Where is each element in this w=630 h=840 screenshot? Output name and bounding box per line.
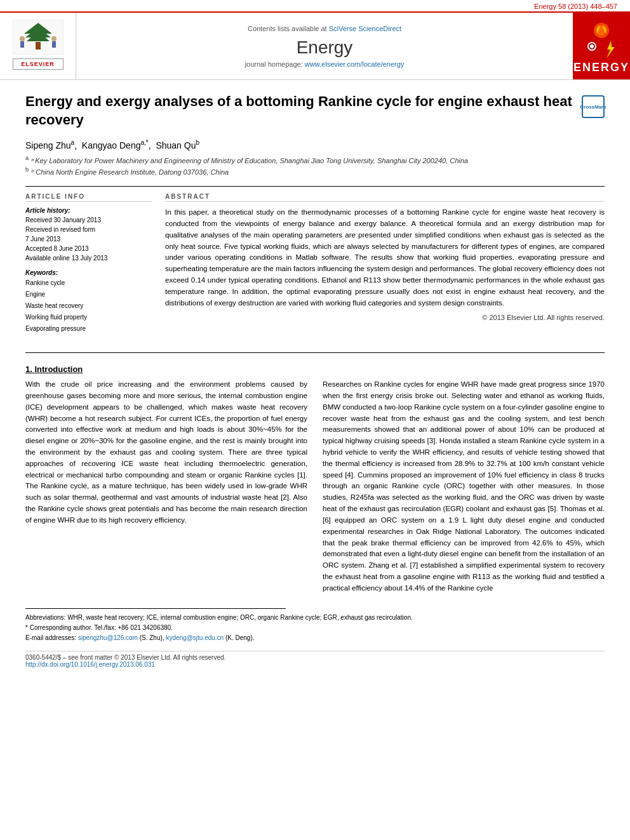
keywords-label: Keywords: [25, 269, 152, 276]
authors-line: Sipeng Zhua, Kangyao Denga,*, Shuan Qub [25, 139, 605, 150]
history-revised-label: Received in revised form [25, 225, 152, 234]
introduction-heading: 1. Introduction [25, 364, 605, 374]
abstract-column: ABSTRACT In this paper, a theoretical st… [165, 193, 605, 341]
divider-top [25, 186, 605, 187]
footnote-corresponding: * Corresponding author. Tel./fax: +86 02… [25, 623, 605, 633]
info-abstract-section: ARTICLE INFO Article history: Received 3… [25, 193, 605, 341]
introduction-columns: With the crude oil price increasing and … [25, 379, 605, 599]
energy-logo: ENERGY [573, 18, 629, 74]
sciverse-link[interactable]: SciVerse ScienceDirect [329, 25, 401, 32]
doi-link[interactable]: http://dx.doi.org/10.1016/j.energy.2013.… [25, 661, 155, 668]
article-body: ✓ CrossMark Energy and exergy analyses o… [0, 80, 630, 681]
history-revised-date: 7 June 2013 [25, 234, 152, 244]
abstract-text: In this paper, a theoretical study on th… [165, 207, 605, 309]
intro-right-text: Researches on Rankine cycles for engine … [323, 379, 605, 594]
svg-rect-1 [36, 42, 41, 50]
crossmark-badge[interactable]: ✓ CrossMark [582, 95, 605, 118]
section-title: Introduction [34, 364, 83, 374]
affiliation-a: a ᵃ Key Laboratory for Power Machinery a… [25, 154, 605, 166]
energy-journal-logo-icon [579, 18, 624, 59]
email-kangyao[interactable]: kydeng@sjtu.edu.cn [166, 634, 224, 641]
history-received: Received 30 January 2013 [25, 215, 152, 225]
svg-point-7 [51, 36, 57, 41]
elsevier-wordmark: ELSEVIER [13, 58, 64, 70]
footnotes-divider [25, 608, 286, 609]
keywords-list: Rankine cycle Engine Waste heat recovery… [25, 277, 152, 335]
keyword-4: Working fluid property [25, 312, 152, 323]
section-number: 1. [25, 364, 32, 374]
elsevier-tree-icon [13, 20, 64, 55]
energy-label: ENERGY [573, 61, 629, 74]
journal-homepage: journal homepage: www.elsevier.com/locat… [245, 60, 405, 68]
svg-rect-8 [52, 41, 56, 48]
page-footer: 0360-5442/$ – see front matter © 2013 El… [25, 651, 605, 668]
article-info-column: ARTICLE INFO Article history: Received 3… [25, 193, 152, 341]
author-sipeng: Sipeng Zhu [25, 140, 71, 150]
svg-rect-6 [20, 41, 24, 48]
elsevier-logo-area: ELSEVIER [0, 13, 76, 79]
affiliation-b: b ᵇ China North Engine Research Institut… [25, 166, 605, 177]
article-page: Energy 58 (2013) 448–457 [0, 0, 630, 840]
intro-left-text: With the crude oil price increasing and … [25, 379, 307, 526]
elsevier-logo: ELSEVIER [13, 20, 64, 72]
intro-left-col: With the crude oil price increasing and … [25, 379, 307, 599]
footer-issn: 0360-5442/$ – see front matter © 2013 El… [25, 654, 605, 661]
svg-point-5 [20, 36, 25, 41]
copyright-text: © 2013 Elsevier Ltd. All rights reserved… [165, 314, 605, 321]
journal-header: ELSEVIER Contents lists available at Sci… [0, 11, 630, 80]
email2-person: (K. Deng). [224, 634, 254, 641]
footnotes: Abbreviations: WHR, waste heat recovery;… [25, 613, 605, 643]
homepage-link[interactable]: www.elsevier.com/locate/energy [305, 60, 405, 68]
article-info-heading: ARTICLE INFO [25, 193, 152, 202]
history-accepted: Accepted 8 June 2013 [25, 244, 152, 253]
article-history-section: Article history: Received 30 January 201… [25, 207, 152, 263]
email-sipeng[interactable]: sipengzhu@126.com [78, 634, 138, 641]
author-sipeng-sup: a [71, 139, 75, 146]
email1-person: (S. Zhu), [138, 634, 164, 641]
author-kangyao-sup: a,* [140, 139, 148, 146]
journal-ref-text: Energy 58 (2013) 448–457 [534, 3, 617, 10]
journal-reference-bar: Energy 58 (2013) 448–457 [0, 0, 630, 11]
footer-doi: http://dx.doi.org/10.1016/j.energy.2013.… [25, 661, 605, 668]
keyword-3: Waste heat recovery [25, 300, 152, 312]
history-available: Available online 13 July 2013 [25, 253, 152, 263]
footnote-abbreviations: Abbreviations: WHR, waste heat recovery;… [25, 613, 605, 623]
affiliations: a ᵃ Key Laboratory for Power Machinery a… [25, 154, 605, 177]
author-shuan: Shuan Qu [156, 140, 196, 150]
abstract-heading: ABSTRACT [165, 193, 605, 202]
footnote-emails: E-mail addresses: sipengzhu@126.com (S. … [25, 633, 605, 643]
emails-label: E-mail addresses: [25, 634, 76, 641]
keyword-1: Rankine cycle [25, 277, 152, 289]
sciverse-prefix: Contents lists available at [248, 25, 329, 32]
article-title: Energy and exergy analyses of a bottomin… [25, 93, 605, 131]
divider-sections [25, 352, 605, 353]
keyword-5: Evaporating pressure [25, 323, 152, 335]
svg-point-14 [590, 44, 594, 48]
author-kangyao: Kangyao Deng [82, 140, 141, 150]
author-shuan-sup: b [196, 139, 199, 146]
keywords-section: Keywords: Rankine cycle Engine Waste hea… [25, 269, 152, 335]
sciverse-line: Contents lists available at SciVerse Sci… [248, 25, 401, 32]
history-label: Article history: [25, 207, 152, 214]
homepage-prefix: journal homepage: [245, 60, 305, 68]
keyword-2: Engine [25, 289, 152, 300]
journal-title: Energy [297, 37, 353, 58]
energy-logo-area: ENERGY [573, 13, 630, 79]
intro-right-col: Researches on Rankine cycles for engine … [323, 379, 605, 599]
journal-info-center: Contents lists available at SciVerse Sci… [76, 13, 573, 79]
